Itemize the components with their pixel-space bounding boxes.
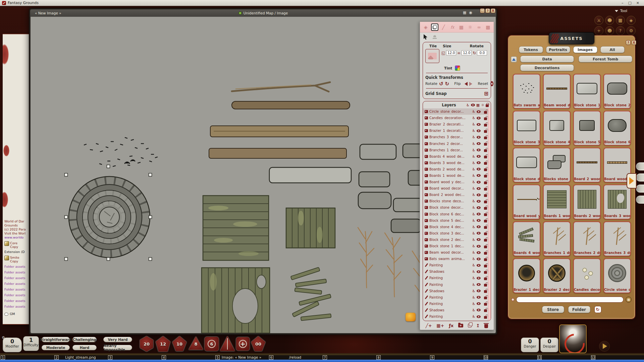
layer-row[interactable]: Boards_4_wood_de... ♿ [423,153,488,160]
layer-lock-icon[interactable] [484,290,487,293]
hotkey-slot[interactable]: /reload 6 [268,355,322,360]
store-button[interactable]: Store [542,306,564,313]
add-folder-icon[interactable]: + [458,324,463,327]
delete-layer-icon[interactable] [484,324,488,328]
layer-row[interactable]: Block_stone_3_dec... ♿ [423,230,488,237]
layer-lock-icon[interactable] [484,213,487,216]
visibility-eye-icon[interactable] [477,181,481,184]
layer-lock-icon[interactable] [484,168,487,171]
asset-card[interactable]: Board_2_wood_ [573,148,601,183]
visibility-eye-icon[interactable] [477,258,481,260]
visibility-eye-icon[interactable] [477,130,481,132]
layer-row[interactable]: Painting ♿ [423,301,488,307]
assets-tab[interactable]: Portraits [546,46,570,53]
layer-row[interactable]: Brazier_2_decorati... ♿ [423,121,488,127]
active-pointer-icon[interactable] [406,313,416,321]
visibility-eye-icon[interactable] [477,309,481,311]
difficulty-button[interactable]: Moderate [42,345,70,350]
layer-row[interactable]: Shadows ♿ [423,288,488,294]
visibility-eye-icon[interactable] [477,149,481,151]
asset-card[interactable]: Block_stone_2_ [603,74,631,109]
die-button[interactable]: 00 [251,336,266,352]
rotate-ccw-button[interactable]: ↺ [439,82,443,86]
layer-row[interactable]: Painting ♿ [423,275,488,281]
visibility-eye-icon[interactable] [477,200,481,203]
player-visibility-icon[interactable]: ♿ [472,263,475,267]
assets-close-button[interactable]: X [632,40,636,45]
add-fx-layer-icon[interactable]: ƒx [449,323,453,328]
visibility-eye-icon[interactable] [477,123,481,126]
layer-row[interactable]: Shadows ♿ [423,307,488,313]
layer-lock-icon[interactable] [484,316,487,319]
danger-box[interactable]: 0 Danger [521,338,539,352]
die-button[interactable]: 20 [139,336,154,352]
player-visibility-icon[interactable]: ♿ [472,212,475,216]
despair-box[interactable]: 0 Despair [540,338,558,352]
layer-row[interactable]: Branches_3_decor... ♿ [423,134,488,140]
visibility-eye-icon[interactable] [477,277,481,279]
layer-lock-icon[interactable] [484,137,487,139]
player-visibility-icon[interactable]: ♿ [472,155,475,158]
visibility-eye-icon[interactable] [477,168,481,170]
duplicate-layer-icon[interactable] [468,324,472,327]
layer-row[interactable]: Blocks_stone_deco... ♿ [423,198,488,204]
player-visibility-icon[interactable]: ♿ [472,129,475,133]
lighting-mode-icon[interactable]: ☼ [467,23,474,31]
move-layer-up-icon[interactable]: ↥ [476,323,480,328]
asset-card[interactable]: Brazier_1_decor [513,258,540,293]
hotkey-slot[interactable]: 12 [590,355,644,360]
layer-lock-icon[interactable] [484,246,487,248]
layer-row[interactable]: Candles_decoration... ♿ [423,115,488,121]
player-visibility-icon[interactable]: ♿ [472,219,475,222]
player-visibility-icon[interactable]: ♿ [472,283,475,287]
player-visibility-icon[interactable]: ♿ [472,135,475,139]
asset-card[interactable]: Block_stone_4_ [543,111,571,146]
rotate-cw-button[interactable]: ↻ [445,82,449,86]
layer-row[interactable]: Board_2_wood_dec... ♿ [423,192,488,198]
player-visibility-icon[interactable]: ♿ [472,308,475,312]
player-visibility-icon[interactable]: ♿ [472,302,475,306]
visibility-eye-icon[interactable] [477,264,481,267]
select-cursor-icon[interactable] [423,34,428,40]
paint-mode-icon[interactable]: ╱ [440,23,447,31]
link-icon[interactable]: ∞ [457,51,461,55]
asset-card[interactable]: Beam_wood_de [543,74,571,109]
hotkey-slot[interactable]: 4 [161,355,215,360]
layer-lock-icon[interactable] [484,258,487,261]
layer-row[interactable]: Board_wood_decor... ♿ [423,185,488,192]
visibility-eye-icon[interactable] [477,225,481,228]
hotkey-slot[interactable]: Image: « New Image » 5 [215,355,268,360]
player-visibility-icon[interactable]: ♿ [472,167,475,171]
visibility-eye-icon[interactable] [477,142,481,145]
layer-row[interactable]: Block_stone_1_dec... ♿ [423,243,488,249]
asset-card[interactable]: Block_stone_3_ [513,111,540,146]
layer-row[interactable]: Circle_stone_decor... ♿ [423,108,488,115]
layer-lock-icon[interactable] [484,182,487,184]
layer-lock-icon[interactable] [484,232,487,235]
asset-card[interactable]: Block_stone_de [513,148,540,183]
die-mode-icon[interactable]: ◈ [422,23,429,31]
refresh-button[interactable]: ↻ [594,306,601,313]
edge-button[interactable] [636,185,644,193]
layer-row[interactable]: Block_stone_4_dec... ♿ [423,224,488,230]
asset-card[interactable]: Blocks_stone_d [543,148,571,183]
player-visibility-icon[interactable]: ♿ [472,244,475,248]
mask-mode-icon[interactable]: ∞ [475,23,483,31]
die-button[interactable]: 12 [155,336,171,352]
layer-lock-icon[interactable] [484,201,487,203]
tool-menu-icon[interactable]: ☻ [605,26,614,35]
difficulty-button[interactable]: Hard [72,345,97,350]
hotkey-slot[interactable]: Light_stream.png 2 [54,355,107,360]
tiles-icon[interactable]: ▦ [476,103,480,107]
size-width-input[interactable]: 12.0 [446,50,456,55]
visibility-eye-icon[interactable] [477,206,481,209]
module-filter-button[interactable]: Decorations [520,64,574,71]
die-button[interactable]: + [236,337,250,351]
rotate-input[interactable]: 0.0 [477,50,487,55]
die-button[interactable]: 6 [205,337,219,351]
visibility-eye-icon[interactable] [477,174,481,177]
visibility-eye-icon[interactable] [477,270,481,273]
tool-menu-icon[interactable]: + [594,26,603,35]
player-visibility-icon[interactable]: ♿ [472,270,475,273]
grid-snap-toggle-icon[interactable]: ⊞ [484,91,488,97]
